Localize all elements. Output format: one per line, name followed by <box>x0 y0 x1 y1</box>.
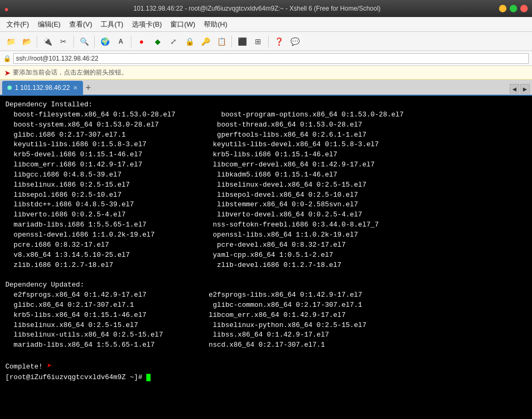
tab-label: 1 101.132.98.46:22 <box>15 84 70 91</box>
tb-expand[interactable]: ⤢ <box>166 35 181 48</box>
lock-icon: 🔒 <box>3 55 11 62</box>
tabbar: 1 101.132.98.46:22 ✕ + ◀ ▶ <box>0 80 532 96</box>
tb-search[interactable]: 🔍 <box>77 35 92 48</box>
menu-tools[interactable]: 工具(T) <box>96 19 128 30</box>
cursor <box>146 374 151 381</box>
tb-help[interactable]: ❓ <box>271 35 286 48</box>
tab-session[interactable]: 1 101.132.98.46:22 ✕ <box>2 81 83 95</box>
menu-window[interactable]: 窗口(W) <box>166 19 200 30</box>
tb-sep1 <box>37 36 37 47</box>
prompt-line: [root@iZuf6iuzvqgtcvxldv64m9Z ~]# <box>5 373 151 381</box>
tb-open[interactable]: 📂 <box>19 35 34 48</box>
terminal-output: Dependency Installed: boost-filesystem.x… <box>5 100 527 383</box>
tb-resize[interactable]: ⬛ <box>235 35 250 48</box>
tb-sep6 <box>268 36 269 47</box>
maximize-button[interactable] <box>510 5 517 12</box>
tb-key[interactable]: 🔑 <box>198 35 213 48</box>
infobar-text: 要添加当前会话，点击左侧的箭头按钮。 <box>13 68 128 77</box>
main-content: Dependency Installed: boost-filesystem.x… <box>0 96 532 419</box>
tab-status-dot <box>7 86 12 90</box>
menu-edit[interactable]: 编辑(E) <box>34 19 65 30</box>
addressbar: 🔒 <box>0 51 532 66</box>
tab-close-icon[interactable]: ✕ <box>73 85 78 91</box>
arrow-icon: ➤ <box>4 69 11 77</box>
app-icon: ● <box>4 5 12 12</box>
toolbar: 📁 📂 🔌 ✂ 🔍 🌍 A ● ◆ ⤢ 🔒 🔑 📋 ⬛ ⊞ ❓ 💬 <box>0 32 532 51</box>
tb-sep4 <box>131 36 131 47</box>
menu-help[interactable]: 帮助(H) <box>200 19 231 30</box>
tb-chat[interactable]: 💬 <box>287 35 302 48</box>
tb-red[interactable]: ● <box>134 35 149 48</box>
tb-sep3 <box>94 36 95 47</box>
titlebar: ● 101.132.98.46:22 - root@iZuf6iuzvqgtcv… <box>0 0 532 17</box>
title-text: 101.132.98.46:22 - root@iZuf6iuzvqgtcvxl… <box>15 5 499 12</box>
tb-green[interactable]: ◆ <box>150 35 165 48</box>
infobar: ➤ 要添加当前会话，点击左侧的箭头按钮。 <box>0 66 532 80</box>
menubar: 文件(F) 编辑(E) 查看(V) 工具(T) 选项卡(B) 窗口(W) 帮助(… <box>0 17 532 32</box>
terminal[interactable]: Dependency Installed: boost-filesystem.x… <box>0 96 532 419</box>
tab-next-button[interactable]: ▶ <box>520 84 530 94</box>
menu-file[interactable]: 文件(F) <box>2 19 34 30</box>
tb-connect[interactable]: 🔌 <box>40 35 55 48</box>
menu-view[interactable]: 查看(V) <box>65 19 96 30</box>
tb-clip[interactable]: 📋 <box>214 35 229 48</box>
prompt-text: [root@iZuf6iuzvqgtcvxldv64m9Z ~]# <box>5 373 146 381</box>
tb-lock[interactable]: 🔒 <box>182 35 197 48</box>
close-button[interactable] <box>520 5 528 12</box>
new-tab-button[interactable]: + <box>83 81 93 95</box>
tab-nav: ◀ ▶ <box>510 84 530 95</box>
minimize-button[interactable] <box>499 5 506 12</box>
tb-sep5 <box>231 36 232 47</box>
tb-sep2 <box>73 36 74 47</box>
tb-globe[interactable]: 🌍 <box>97 35 112 48</box>
tb-font[interactable]: A <box>113 35 128 48</box>
tab-prev-button[interactable]: ◀ <box>510 84 519 94</box>
window-controls <box>499 5 528 12</box>
menu-tabs[interactable]: 选项卡(B) <box>128 19 166 30</box>
tb-split[interactable]: ⊞ <box>251 35 265 48</box>
address-input[interactable] <box>13 53 529 64</box>
tb-new[interactable]: 📁 <box>3 35 18 48</box>
tb-disconnect[interactable]: ✂ <box>56 35 71 48</box>
